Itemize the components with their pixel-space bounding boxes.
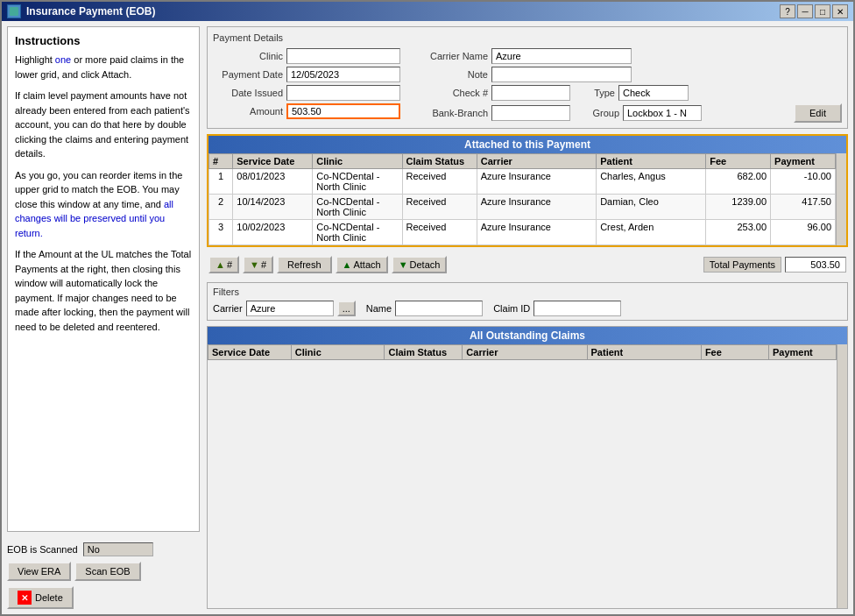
move-up-label: # bbox=[227, 259, 232, 270]
cell-claim-status: Received bbox=[402, 169, 477, 195]
move-down-button[interactable]: ▼ # bbox=[243, 256, 273, 273]
cell-fee: 253.00 bbox=[706, 220, 771, 245]
cell-claim-status: Received bbox=[402, 195, 477, 220]
cell-service-date: 08/01/2023 bbox=[233, 169, 313, 195]
date-issued-input[interactable] bbox=[286, 85, 400, 101]
check-label: Check # bbox=[418, 88, 488, 98]
titlebar-controls: ? ─ □ ✕ bbox=[780, 4, 848, 18]
cell-clinic: Co-NCDental - North Clinic bbox=[313, 220, 402, 245]
outstanding-header-row: Service Date Clinic Claim Status Carrier… bbox=[208, 345, 837, 360]
cell-claim-status: Received bbox=[402, 220, 477, 245]
minimize-button[interactable]: ─ bbox=[797, 4, 813, 18]
clinic-input[interactable] bbox=[286, 48, 400, 64]
instructions-p4: If the Amount at the UL matches the Tota… bbox=[15, 247, 192, 334]
type-input[interactable] bbox=[618, 85, 689, 101]
main-content: Instructions Highlight one or more paid … bbox=[2, 21, 853, 614]
out-col-clinic: Clinic bbox=[291, 345, 385, 360]
left-panel: Instructions Highlight one or more paid … bbox=[7, 26, 200, 609]
carrier-name-input[interactable] bbox=[491, 48, 632, 64]
payment-details-title: Payment Details bbox=[213, 32, 842, 43]
group-row: Group bbox=[584, 105, 702, 121]
group-input[interactable] bbox=[623, 105, 702, 121]
attach-button[interactable]: ▲ Attach bbox=[336, 256, 388, 273]
filters-row: Carrier ... Name Claim ID bbox=[213, 301, 842, 316]
type-row: Type bbox=[584, 85, 689, 101]
amount-input[interactable] bbox=[286, 103, 400, 119]
app-icon bbox=[7, 4, 21, 18]
cell-patient: Crest, Arden bbox=[597, 220, 706, 245]
attach-label: Attach bbox=[353, 259, 380, 270]
cell-num: 3 bbox=[209, 220, 233, 245]
attached-scrollbar[interactable] bbox=[836, 153, 846, 245]
col-service-date: Service Date bbox=[233, 154, 313, 169]
titlebar: Insurance Payment (EOB) ? ─ □ ✕ bbox=[2, 2, 853, 21]
cell-fee: 1239.00 bbox=[706, 195, 771, 220]
col-clinic: Clinic bbox=[313, 154, 402, 169]
bank-branch-input[interactable] bbox=[491, 105, 570, 121]
out-col-claim-status: Claim Status bbox=[385, 345, 463, 360]
outstanding-table: Service Date Clinic Claim Status Carrier… bbox=[208, 344, 837, 360]
note-label: Note bbox=[418, 69, 488, 80]
check-input[interactable] bbox=[491, 85, 570, 101]
titlebar-left: Insurance Payment (EOB) bbox=[7, 4, 155, 18]
bank-branch-row: Bank-Branch bbox=[418, 105, 570, 121]
attached-table: # Service Date Clinic Claim Status Carri… bbox=[208, 153, 836, 245]
payment-details-grid: Clinic Payment Date Date Issued Amo bbox=[213, 48, 842, 123]
total-payments-box: Total Payments 503.50 bbox=[703, 257, 846, 273]
delete-button[interactable]: ✕ Delete bbox=[7, 586, 74, 609]
scan-eob-button[interactable]: Scan EOB bbox=[74, 562, 140, 581]
carrier-filter-input[interactable] bbox=[246, 301, 334, 316]
cell-carrier: Azure Insurance bbox=[477, 169, 596, 195]
delete-label: Delete bbox=[35, 592, 63, 603]
cell-clinic: Co-NCDental - North Clinic bbox=[313, 195, 402, 220]
cell-carrier: Azure Insurance bbox=[477, 195, 596, 220]
date-issued-row: Date Issued bbox=[213, 85, 400, 101]
maximize-button[interactable]: □ bbox=[815, 4, 830, 18]
cell-num: 1 bbox=[209, 169, 233, 195]
close-button[interactable]: ✕ bbox=[832, 4, 848, 18]
carrier-filter-group: Carrier ... bbox=[213, 301, 356, 316]
payment-details-section: Payment Details Clinic Payment Date bbox=[207, 26, 848, 129]
cell-clinic: Co-NCDental - North Clinic bbox=[313, 169, 402, 195]
table-row[interactable]: 2 10/14/2023 Co-NCDental - North Clinic … bbox=[209, 195, 836, 220]
col-patient: Patient bbox=[597, 154, 706, 169]
edit-button[interactable]: Edit bbox=[794, 103, 842, 123]
table-row[interactable]: 1 08/01/2023 Co-NCDental - North Clinic … bbox=[209, 169, 836, 195]
type-label: Type bbox=[584, 88, 615, 98]
refresh-button[interactable]: Refresh bbox=[277, 256, 332, 273]
carrier-filter-btn[interactable]: ... bbox=[337, 301, 356, 316]
name-filter-input[interactable] bbox=[395, 301, 483, 316]
col-claim-status: Claim Status bbox=[402, 154, 477, 169]
outstanding-table-wrapper: Service Date Clinic Claim Status Carrier… bbox=[208, 344, 847, 608]
carrier-name-label: Carrier Name bbox=[418, 51, 488, 61]
check-type-row: Check # Type bbox=[418, 85, 842, 101]
table-row[interactable]: 3 10/02/2023 Co-NCDental - North Clinic … bbox=[209, 220, 836, 245]
outstanding-table-container: Service Date Clinic Claim Status Carrier… bbox=[208, 344, 837, 608]
claim-id-filter-label: Claim ID bbox=[493, 303, 530, 314]
cell-patient: Charles, Angus bbox=[597, 169, 706, 195]
note-input[interactable] bbox=[491, 67, 632, 82]
cell-payment: -10.00 bbox=[771, 169, 836, 195]
col-fee: Fee bbox=[706, 154, 771, 169]
view-era-button[interactable]: View ERA bbox=[7, 562, 71, 581]
clinic-row: Clinic bbox=[213, 48, 400, 64]
claim-id-filter-input[interactable] bbox=[533, 301, 621, 316]
move-up-button[interactable]: ▲ # bbox=[208, 256, 239, 273]
eob-scanned-value: No bbox=[83, 542, 153, 556]
payment-date-row: Payment Date bbox=[213, 67, 400, 82]
toolbar-left: ▲ # ▼ # Refresh ▲ Attach ▼ Detach bbox=[208, 256, 447, 273]
cell-num: 2 bbox=[209, 195, 233, 220]
outstanding-section: All Outstanding Claims Service Date Clin… bbox=[207, 326, 848, 609]
col-num: # bbox=[209, 154, 233, 169]
help-button[interactable]: ? bbox=[780, 4, 795, 18]
delete-btn-wrapper: ✕ Delete bbox=[7, 586, 200, 609]
payment-date-input[interactable] bbox=[286, 67, 400, 82]
filters-section: Filters Carrier ... Name Claim ID bbox=[207, 282, 848, 321]
outstanding-scrollbar[interactable] bbox=[837, 344, 847, 608]
attach-arrow-icon: ▲ bbox=[343, 259, 352, 270]
instructions-p3: As you go, you can reorder items in the … bbox=[15, 168, 192, 241]
detach-button[interactable]: ▼ Detach bbox=[392, 256, 448, 273]
bottom-left-actions: EOB is Scanned No View ERA Scan EOB ✕ De… bbox=[7, 539, 200, 609]
attached-header-row: # Service Date Clinic Claim Status Carri… bbox=[209, 154, 836, 169]
carrier-name-row: Carrier Name bbox=[418, 48, 842, 64]
